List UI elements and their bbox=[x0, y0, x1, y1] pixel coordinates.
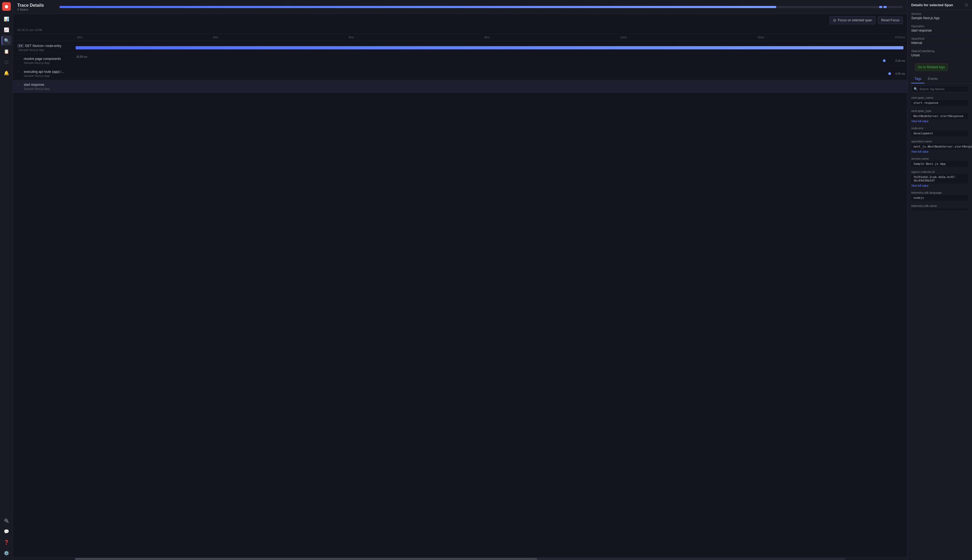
tag-key-node-env: node.env bbox=[911, 127, 968, 130]
list-item: next.span_type NextNodeServer.startRespo… bbox=[907, 108, 972, 125]
operation-label: Operation bbox=[911, 25, 968, 28]
list-item: operation.name next_js.NextNodeServer.st… bbox=[907, 138, 972, 155]
time-12ms: 12ms bbox=[620, 36, 627, 39]
tag-value-service-name: Sample Next.js App bbox=[911, 161, 968, 167]
tag-key-operation-name: operation.name bbox=[911, 140, 968, 143]
tags-list: next.span_name start response next.span_… bbox=[907, 94, 972, 560]
service-label: Service bbox=[911, 12, 968, 15]
sidebar-item-metrics[interactable]: 📈 bbox=[2, 25, 11, 35]
trace-progress-fill bbox=[59, 6, 776, 8]
horizontal-scrollbar[interactable] bbox=[13, 557, 907, 560]
span-name-4: start response bbox=[24, 83, 44, 87]
span-name-row-1: 4 GET /favicon--route-entry bbox=[17, 44, 73, 48]
h-scrollbar-track bbox=[75, 558, 845, 560]
tag-value-node-env: development bbox=[911, 130, 968, 136]
tag-key-service-name: service.name bbox=[911, 157, 968, 160]
list-item: node.env development bbox=[907, 125, 972, 138]
table-row[interactable]: 4 GET /favicon--route-entry Sample Next.… bbox=[13, 41, 907, 54]
sidebar-item-integrations[interactable]: 🔌 bbox=[2, 516, 11, 525]
sidebar-item-dependencies[interactable]: ⬡ bbox=[2, 57, 11, 67]
chevron-down-icon bbox=[21, 44, 22, 47]
list-item: next.span_name start response bbox=[907, 94, 972, 108]
span-dot-3 bbox=[888, 72, 891, 75]
panel-header: Details for selected Span ⊡ bbox=[907, 0, 972, 10]
table-row[interactable]: ─ start response Sample Next.js App bbox=[13, 80, 907, 93]
sidebar: 📊 📈 🔍 📋 ⬡ 🔔 🔌 💬 ❓ ⚙️ bbox=[0, 0, 13, 560]
span-dot-2 bbox=[883, 59, 886, 62]
time-15ms: 15ms bbox=[757, 36, 764, 39]
search-icon: 🔍 bbox=[914, 87, 918, 91]
tab-events[interactable]: Events bbox=[925, 75, 941, 83]
progress-dot-1 bbox=[879, 6, 882, 8]
sidebar-item-help[interactable]: ❓ bbox=[2, 537, 11, 547]
header-title-section: Trace Details 4 Spans bbox=[17, 3, 55, 11]
tag-value-next-span-name: start response bbox=[911, 100, 968, 106]
status-value: Unset bbox=[911, 53, 968, 57]
sidebar-item-chat[interactable]: 💬 bbox=[2, 527, 11, 536]
panel-collapse-button[interactable]: ⊡ bbox=[965, 3, 968, 7]
sidebar-item-alerts[interactable]: 🔔 bbox=[2, 68, 11, 78]
timeline-container: ⊙ Focus on selected span Reset Focus 03:… bbox=[13, 14, 907, 560]
time-labels: 0ms 3ms 6ms 9ms 12ms 15ms 19.01ms bbox=[75, 36, 907, 39]
spankind-value: Internal bbox=[911, 41, 968, 45]
view-full-value-link-2[interactable]: View full value bbox=[911, 150, 929, 153]
tag-value-next-span-type: NextNodeServer.startResponse bbox=[911, 113, 968, 119]
tag-value-operation-name: next_js.NextNodeServer.startResponse bbox=[911, 144, 968, 150]
table-row[interactable]: ─ resolve page components Sample Next.js… bbox=[13, 54, 907, 67]
panel-service-section: Service Sample Next.js App bbox=[907, 10, 972, 22]
time-19ms: 19.01ms bbox=[895, 36, 905, 39]
focus-icon: ⊙ bbox=[833, 18, 836, 22]
list-item: telemetry.sdk.language nodejs bbox=[907, 189, 972, 203]
panel-spankind-section: SpanKind Internal bbox=[907, 35, 972, 47]
span-name-2: resolve page components bbox=[24, 57, 61, 61]
tag-key-next-span-name: next.span_name bbox=[911, 96, 968, 99]
time-6ms: 6ms bbox=[349, 36, 354, 39]
sidebar-item-settings[interactable]: ⚙️ bbox=[2, 548, 11, 558]
tag-key-next-span-type: next.span_type bbox=[911, 109, 968, 112]
trace-progress-dots bbox=[879, 6, 887, 8]
focus-btn-label: Focus on selected span bbox=[838, 18, 872, 22]
span-info-4: ─ start response Sample Next.js App bbox=[13, 81, 75, 92]
view-full-value-link-3[interactable]: View full value bbox=[911, 184, 929, 187]
right-panel: Details for selected Span ⊡ Service Samp… bbox=[907, 0, 972, 560]
focus-on-selected-button[interactable]: ⊙ Focus on selected span bbox=[830, 16, 876, 24]
view-full-value-link-1[interactable]: View full value bbox=[911, 120, 929, 123]
list-item: telemetry.sdk.name bbox=[907, 203, 972, 212]
tag-value-telemetry-sdk-language: nodejs bbox=[911, 195, 968, 201]
sidebar-item-traces[interactable]: 🔍 bbox=[2, 36, 11, 45]
service-value: Sample Next.js App bbox=[911, 16, 968, 20]
tag-search-bar[interactable]: 🔍 bbox=[911, 86, 968, 92]
progress-dot-2 bbox=[883, 6, 887, 8]
list-item: service.name Sample Next.js App bbox=[907, 155, 972, 168]
panel-status-section: StatusCodeString Unset bbox=[907, 47, 972, 60]
span-duration-2: 0.30 ms bbox=[895, 59, 905, 62]
time-0ms: 0ms bbox=[77, 36, 82, 39]
related-logs-button[interactable]: Go to Related logs bbox=[915, 63, 948, 71]
list-item: signoz.collector.id fb291e6d-2cab-4e5a-b… bbox=[907, 168, 972, 189]
span-bar-1 bbox=[75, 46, 903, 49]
panel-operation-section: Operation start response bbox=[907, 22, 972, 35]
tag-value-telemetry-sdk-name bbox=[911, 208, 968, 210]
spankind-label: SpanKind bbox=[911, 37, 968, 40]
spans-count: 4 Spans bbox=[17, 8, 55, 11]
span-count-badge: 4 bbox=[17, 44, 24, 48]
span-info-3: ─ executing api route (app) /... Sample … bbox=[13, 68, 75, 79]
span-name-3: executing api route (app) /... bbox=[24, 70, 64, 73]
span-name-row-2: ─ resolve page components bbox=[17, 57, 73, 61]
table-row[interactable]: ─ executing api route (app) /... Sample … bbox=[13, 67, 907, 80]
search-input[interactable] bbox=[919, 87, 966, 91]
sidebar-item-logs[interactable]: 📋 bbox=[2, 47, 11, 56]
app-logo[interactable] bbox=[2, 2, 11, 11]
span-name-row-4: ─ start response bbox=[17, 83, 73, 87]
spans-list: 4 GET /favicon--route-entry Sample Next.… bbox=[13, 41, 907, 557]
span-duration-3: 0.45 ms bbox=[895, 72, 905, 75]
reset-focus-button[interactable]: Reset Focus bbox=[878, 17, 903, 24]
trace-progress-bar bbox=[59, 6, 903, 8]
tab-tags[interactable]: Tags bbox=[911, 75, 925, 83]
status-label: StatusCodeString bbox=[911, 49, 968, 53]
sidebar-item-dashboard[interactable]: 📊 bbox=[2, 14, 11, 24]
h-scrollbar-thumb[interactable] bbox=[75, 558, 537, 560]
span-name-row-3: ─ executing api route (app) /... bbox=[17, 70, 73, 73]
tabs-container: Tags Events bbox=[907, 75, 972, 83]
tag-value-signoz-collector-id: fb291e6d-2cab-4e5a-bc97-3bc69d30b2d7 bbox=[911, 174, 968, 183]
